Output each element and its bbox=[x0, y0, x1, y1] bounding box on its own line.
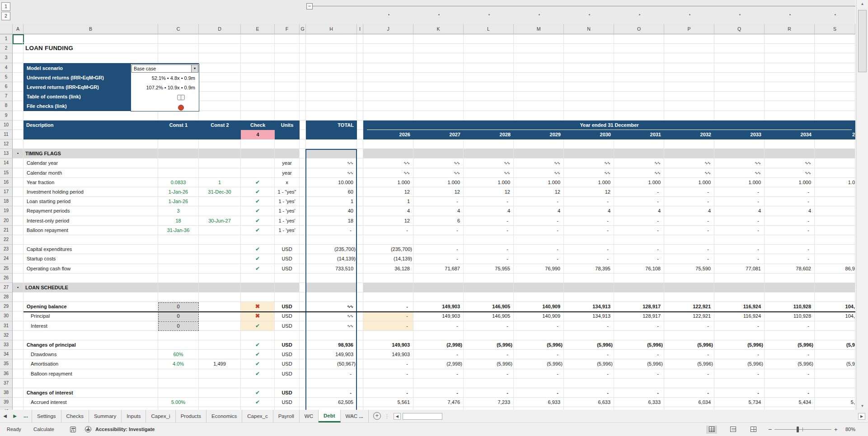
cell-A12[interactable] bbox=[13, 139, 23, 149]
cell-R15[interactable]: ∿∿ bbox=[765, 168, 815, 178]
cell-I16[interactable] bbox=[357, 178, 363, 187]
cell-H24[interactable]: (14,139) bbox=[306, 254, 357, 264]
cell-R23[interactable]: - bbox=[765, 245, 815, 254]
cell-J30[interactable]: - bbox=[363, 311, 413, 321]
cell-P38[interactable]: - bbox=[664, 388, 714, 398]
cell-S33[interactable]: (5,9 bbox=[815, 340, 855, 350]
cell-B25[interactable]: Operating cash flow bbox=[23, 264, 158, 274]
cell-C20[interactable]: 18 bbox=[158, 216, 199, 226]
column-header-G[interactable]: G bbox=[300, 24, 306, 34]
cell-P4[interactable] bbox=[664, 63, 714, 73]
cell-N15[interactable]: ∿∿ bbox=[564, 168, 614, 178]
year-header-2029[interactable]: 2029 bbox=[514, 130, 564, 139]
cell-R13[interactable] bbox=[765, 149, 815, 158]
cell-S12[interactable] bbox=[815, 139, 855, 149]
cell-S25[interactable]: 86,9 bbox=[815, 264, 855, 274]
cell-L36[interactable]: - bbox=[464, 369, 514, 379]
cell-L37[interactable] bbox=[464, 379, 514, 388]
cell-M6[interactable] bbox=[514, 82, 564, 92]
cell-H23[interactable]: (235,700) bbox=[306, 245, 357, 254]
row-header-39[interactable]: 39 bbox=[0, 398, 13, 407]
column-header-H[interactable]: H bbox=[306, 24, 357, 34]
cell-A36[interactable] bbox=[13, 369, 23, 379]
cell-O32[interactable] bbox=[614, 331, 664, 340]
cell-O12[interactable] bbox=[614, 139, 664, 149]
cell-N32[interactable] bbox=[564, 331, 614, 340]
cell-I1[interactable] bbox=[357, 34, 363, 44]
cell-P8[interactable] bbox=[664, 101, 714, 111]
cell-M5[interactable] bbox=[514, 73, 564, 82]
cell-K35[interactable]: (2,998) bbox=[413, 359, 464, 369]
cell-J32[interactable] bbox=[363, 331, 413, 340]
cell-C31[interactable]: 0 bbox=[158, 321, 199, 331]
cell-I39[interactable] bbox=[357, 398, 363, 407]
cell-C29[interactable]: 0 bbox=[158, 302, 199, 311]
cell-J26[interactable] bbox=[363, 274, 413, 283]
cell-K32[interactable] bbox=[413, 331, 464, 340]
zoom-in-button[interactable]: + bbox=[834, 423, 838, 436]
cell-Q24[interactable]: - bbox=[714, 254, 765, 264]
cell-G30[interactable] bbox=[300, 311, 306, 321]
cell-N37[interactable] bbox=[564, 379, 614, 388]
cell-E5[interactable] bbox=[241, 73, 275, 82]
cell-I9[interactable] bbox=[357, 111, 363, 121]
cell-Q2[interactable] bbox=[714, 44, 765, 53]
cell-G28[interactable] bbox=[300, 292, 306, 302]
cell-K26[interactable] bbox=[413, 274, 464, 283]
cell-M21[interactable]: - bbox=[514, 226, 564, 235]
cell-I7[interactable] bbox=[357, 92, 363, 101]
cell-L7[interactable] bbox=[464, 92, 514, 101]
cell-Q9[interactable] bbox=[714, 111, 765, 121]
vertical-scrollbar[interactable]: ▲ ▼ bbox=[856, 0, 868, 410]
year-header-2033[interactable]: 2033 bbox=[714, 130, 765, 139]
cell-F9[interactable] bbox=[275, 111, 300, 121]
year-header-2028[interactable]: 2028 bbox=[464, 130, 514, 139]
cell-B1[interactable] bbox=[23, 34, 158, 44]
cell-J25[interactable]: 36,128 bbox=[363, 264, 413, 274]
cell-J39[interactable]: 5,561 bbox=[363, 398, 413, 407]
cell-H3[interactable] bbox=[306, 53, 357, 63]
cell-M4[interactable] bbox=[514, 63, 564, 73]
cell-D38[interactable] bbox=[199, 388, 241, 398]
cell-B22[interactable] bbox=[23, 235, 158, 245]
cell-G31[interactable] bbox=[300, 321, 306, 331]
cell-A31[interactable] bbox=[13, 321, 23, 331]
cell-H32[interactable] bbox=[306, 331, 357, 340]
cell-B31[interactable]: Interest bbox=[23, 321, 158, 331]
cell-N3[interactable] bbox=[564, 53, 614, 63]
cell-F4[interactable] bbox=[275, 63, 300, 73]
cell-P34[interactable]: - bbox=[664, 350, 714, 359]
check-ok-icon-19[interactable]: ✔ bbox=[241, 206, 275, 216]
cell-S4[interactable] bbox=[815, 63, 855, 73]
cell-S13[interactable] bbox=[815, 149, 855, 158]
cell-Q28[interactable] bbox=[714, 292, 765, 302]
cell-I29[interactable] bbox=[357, 302, 363, 311]
cell-R2[interactable] bbox=[765, 44, 815, 53]
cell-O20[interactable]: - bbox=[614, 216, 664, 226]
column-header-D[interactable]: D bbox=[199, 24, 241, 34]
cell-I26[interactable] bbox=[357, 274, 363, 283]
cell-I33[interactable] bbox=[357, 340, 363, 350]
cell-J20[interactable]: 12 bbox=[363, 216, 413, 226]
cell-N35[interactable]: (5,996) bbox=[564, 359, 614, 369]
cell-S15[interactable] bbox=[815, 168, 855, 178]
cell-I11[interactable] bbox=[357, 130, 363, 139]
row-header-37[interactable]: 37 bbox=[0, 379, 13, 388]
cell-H37[interactable] bbox=[306, 379, 357, 388]
cell-M3[interactable] bbox=[514, 53, 564, 63]
cell-O39[interactable]: 6,333 bbox=[614, 398, 664, 407]
cell-A6[interactable] bbox=[13, 82, 23, 92]
check-count-cell[interactable]: 4 bbox=[241, 130, 275, 139]
cell-R6[interactable] bbox=[765, 82, 815, 92]
cell-H34[interactable]: 149,903 bbox=[306, 350, 357, 359]
cell-F17[interactable]: 1 - "yes" bbox=[275, 187, 300, 197]
select-all-corner[interactable] bbox=[0, 24, 13, 34]
cell-M17[interactable]: 12 bbox=[514, 187, 564, 197]
cell-E1[interactable] bbox=[241, 34, 275, 44]
cell-G34[interactable] bbox=[300, 350, 306, 359]
cell-M8[interactable] bbox=[514, 101, 564, 111]
cell-I36[interactable] bbox=[357, 369, 363, 379]
column-header-Q[interactable]: Q bbox=[714, 24, 765, 34]
cell-K24[interactable]: - bbox=[413, 254, 464, 264]
cell-P27[interactable] bbox=[664, 283, 714, 292]
